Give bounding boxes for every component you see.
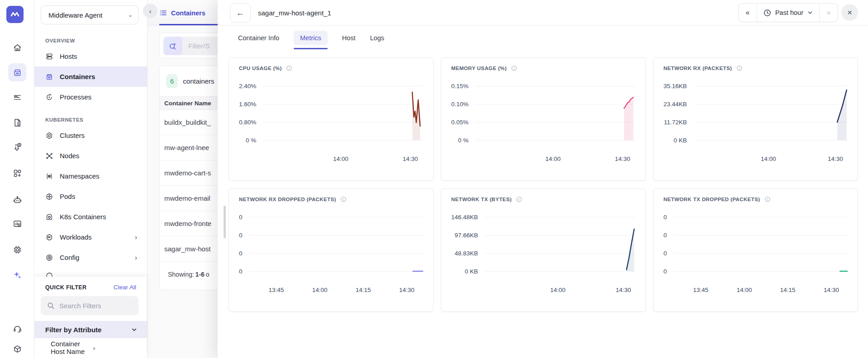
chevron-right-icon: ›	[93, 344, 136, 352]
attribute-container-host-name[interactable]: Container Host Name ›	[34, 338, 147, 357]
y-tick-label: 0.80%	[239, 119, 256, 126]
chevron-right-icon: ›	[135, 233, 137, 241]
bell-alert-icon[interactable]	[8, 138, 26, 156]
k8s-containers-icon	[45, 213, 53, 221]
back-button[interactable]: ←	[230, 3, 251, 23]
detail-tabs: Container InfoMetricsHostLogs	[218, 26, 868, 50]
info-icon[interactable]	[286, 65, 292, 71]
metric-card: NETWORK TX (BYTES)146.48KB146.48KB97.66K…	[441, 188, 646, 312]
chart-plot-area	[249, 207, 423, 280]
list-scrollbar[interactable]	[224, 206, 226, 238]
x-tick-label: 14:30	[824, 287, 839, 293]
tab-metrics[interactable]: Metrics	[294, 31, 328, 45]
tab-host[interactable]: Host	[342, 31, 356, 45]
filter-search-input[interactable]	[59, 302, 127, 310]
sidebar-item-label: K8s Containers	[60, 213, 106, 221]
home-icon[interactable]	[8, 38, 26, 57]
metric-card: NETWORK TX DROPPED (PACKETS)0000013:4514…	[653, 188, 858, 312]
time-forward-button[interactable]: »	[820, 4, 838, 22]
close-icon[interactable]: ✕	[841, 4, 858, 21]
y-tick-label: 146.48KB	[451, 214, 478, 221]
sidebar-item-processes[interactable]: Processes	[34, 87, 147, 107]
chevron-down-icon	[131, 327, 137, 333]
sidebar-item-clusters[interactable]: Clusters	[34, 125, 147, 146]
y-tick-label: 0	[239, 232, 243, 239]
search-icon	[47, 302, 55, 310]
clock-icon	[763, 9, 771, 17]
clear-all-link[interactable]: Clear All	[114, 284, 136, 291]
sidebar-item-label: Clusters	[60, 132, 85, 139]
y-tick-label: 23.44KB	[663, 101, 687, 108]
nodes-icon	[45, 152, 53, 160]
sidebar-item-workloads[interactable]: Workloads›	[34, 227, 147, 247]
info-icon[interactable]	[764, 196, 771, 203]
sidebar-collapse-button[interactable]: ‹	[143, 4, 157, 18]
chart-plot-area	[263, 76, 423, 149]
y-tick-label: 0 %	[246, 137, 256, 144]
sparkle-icon[interactable]	[8, 266, 26, 284]
sidebar-item-config[interactable]: Config›	[34, 247, 147, 268]
middleware-logo[interactable]	[6, 6, 24, 23]
x-tick-label: 14:30	[399, 287, 415, 293]
chevron-down-icon: ⌄	[128, 12, 133, 18]
chart-line-svg	[249, 207, 423, 280]
list-icon[interactable]	[8, 88, 26, 106]
tab-container-info[interactable]: Container Info	[238, 31, 279, 45]
tab-containers[interactable]: Containers	[159, 0, 205, 26]
sidebar-item-containers[interactable]: Containers	[34, 66, 147, 87]
x-tick-label: 14:30	[828, 155, 843, 162]
chart-user-icon[interactable]	[8, 215, 26, 233]
y-tick-label: 0	[663, 250, 667, 257]
info-icon[interactable]	[511, 65, 517, 71]
workspace-selector[interactable]: Middleware Agent ⌄	[41, 5, 138, 24]
icon-rail	[0, 0, 34, 358]
box-plus-icon[interactable]	[8, 340, 26, 358]
x-axis-labels: 14:0014:30	[694, 149, 848, 165]
sidebar-item-pods[interactable]: Pods	[34, 186, 147, 207]
x-tick-label: 14:00	[545, 155, 561, 162]
sidebar-item-hosts[interactable]: Hosts	[34, 46, 147, 66]
y-tick-label: 0	[663, 268, 667, 275]
tab-logs[interactable]: Logs	[370, 31, 384, 45]
sidebar: Middleware Agent ⌄ OVERVIEWHostsContaine…	[34, 0, 148, 358]
info-icon[interactable]	[340, 196, 347, 203]
y-tick-label: 0	[663, 232, 667, 239]
chip-icon[interactable]	[8, 240, 26, 259]
info-icon[interactable]	[516, 196, 522, 203]
sidebar-section-label: OVERVIEW	[45, 38, 147, 43]
sidebar-item-k8s-containers[interactable]: K8s Containers	[34, 207, 147, 227]
time-range-dropdown[interactable]: Past hour	[757, 4, 820, 22]
chart-plot-area	[694, 76, 848, 149]
ai-search-icon	[163, 37, 182, 55]
robot-icon[interactable]	[8, 191, 26, 209]
metrics-charts-grid: CPU USAGE (%)2.40%2.40%1.60%0.80%0 %14:0…	[229, 57, 858, 312]
y-tick-label: 0 %	[458, 137, 468, 144]
containers-icon[interactable]	[8, 63, 26, 81]
document-icon[interactable]	[8, 113, 26, 132]
sidebar-item-namespaces[interactable]: Namespaces	[34, 166, 147, 186]
x-axis-labels: 14:0014:30	[475, 149, 635, 165]
metric-card: CPU USAGE (%)2.40%2.40%1.60%0.80%0 %14:0…	[229, 57, 434, 181]
y-tick-label: 0	[239, 250, 243, 257]
x-tick-label: 14:30	[615, 155, 630, 162]
info-icon[interactable]	[736, 65, 743, 71]
config-icon	[45, 254, 53, 262]
headset-icon[interactable]	[8, 320, 26, 338]
chart-plot-area	[674, 207, 848, 280]
y-axis-labels: 00000	[663, 207, 674, 280]
chevron-right-icon: ›	[135, 254, 137, 261]
chart-title: NETWORK TX (BYTES)	[451, 197, 512, 202]
grid-plus-icon[interactable]	[8, 164, 26, 182]
x-tick-label: 13:45	[269, 287, 284, 293]
chart-title: MEMORY USAGE (%)	[451, 66, 507, 71]
filter-by-attribute-header[interactable]: Filter by Attribute	[34, 321, 147, 338]
time-back-button[interactable]: «	[739, 4, 757, 22]
y-axis-labels: 2.40%2.40%1.60%0.80%0 %	[239, 76, 263, 149]
chart-title: NETWORK RX (PACKETS)	[663, 66, 732, 71]
y-axis-labels: 146.48KB146.48KB97.66KB48.83KB0 KB	[451, 207, 485, 280]
x-tick-label: 14:30	[615, 287, 631, 293]
y-axis-labels: 00000	[239, 207, 249, 280]
x-axis-labels: 14:0014:30	[263, 149, 423, 165]
y-tick-label: 0	[239, 268, 243, 275]
sidebar-item-nodes[interactable]: Nodes	[34, 146, 147, 166]
